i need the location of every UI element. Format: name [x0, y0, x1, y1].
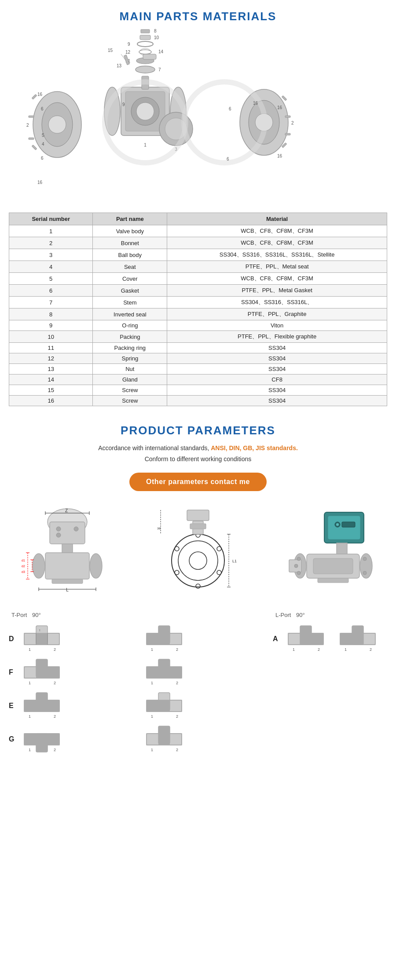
svg-point-116 [297, 571, 301, 575]
svg-rect-55 [29, 138, 34, 139]
svg-rect-134 [158, 626, 170, 637]
svg-rect-106 [328, 516, 360, 540]
t-port-label: T-Port [11, 612, 27, 618]
table-cell-material: SS304 [167, 385, 387, 396]
table-cell-material: WCB、CF8、CF8M、CF3M [167, 237, 387, 249]
table-cell-name: Screw [93, 396, 167, 406]
t-port-f1-shape: 1 2 [22, 657, 62, 688]
t-port-g1-shape: 1 2 [22, 724, 62, 755]
table-cell-material: PTFE、PPL、Graphite [167, 308, 387, 320]
table-cell-material: SS304 [167, 353, 387, 364]
l-port-a2-shape: 1 2 [338, 624, 378, 654]
svg-text:10: 10 [154, 35, 159, 40]
svg-text:L: L [66, 587, 69, 592]
svg-text:6: 6 [227, 157, 229, 161]
svg-rect-124 [36, 633, 48, 645]
svg-point-119 [363, 557, 367, 561]
table-row: 7StemSS304、SS316、SS316L、 [9, 297, 387, 308]
svg-text:16: 16 [37, 180, 43, 185]
svg-rect-58 [285, 116, 290, 117]
svg-text:1: 1 [151, 714, 153, 719]
svg-rect-65 [62, 544, 73, 553]
svg-point-11 [48, 116, 66, 133]
svg-text:16: 16 [253, 101, 258, 106]
svg-rect-155 [36, 693, 48, 700]
table-row: 10PackingPTFE、PPL、Flexible graphite [9, 331, 387, 343]
table-cell-name: Gasket [93, 285, 167, 297]
table-cell-name: Stem [93, 297, 167, 308]
l-port-a1-shape: 1 2 [286, 624, 326, 654]
product-params-title: PRODUCT PARAMETERS [9, 419, 387, 443]
params-subtitle-1: Accordance with international standards,… [9, 443, 387, 454]
svg-rect-98 [187, 510, 209, 521]
l-port-group: L-Port 90° A 1 2 [273, 609, 387, 755]
t-port-e2-shape: 1 2 [144, 690, 184, 721]
table-row: 16ScrewSS304 [9, 396, 387, 406]
svg-text:16: 16 [37, 92, 43, 97]
col-header-sn: Serial number [9, 213, 93, 225]
table-row: 2BonnetWCB、CF8、CF8M、CF3M [9, 237, 387, 249]
svg-text:2: 2 [291, 121, 294, 125]
table-row: 9O-ringViton [9, 320, 387, 331]
svg-text:9: 9 [122, 102, 125, 107]
table-cell-sn: 10 [9, 331, 93, 343]
svg-point-68 [90, 554, 102, 578]
svg-point-62 [56, 527, 61, 531]
table-row: 5CoverWCB、CF8、CF8M、CF3M [9, 273, 387, 285]
table-cell-material: SS304 [167, 343, 387, 353]
t-port-d1-shape: 1 2 ↑ [22, 624, 62, 654]
table-cell-sn: 12 [9, 353, 93, 364]
svg-text:1: 1 [151, 681, 153, 685]
svg-rect-170 [24, 734, 59, 745]
table-cell-sn: 7 [9, 297, 93, 308]
col-header-material: Material [167, 213, 387, 225]
col-header-name: Part name [93, 213, 167, 225]
table-cell-name: Inverted seal [93, 308, 167, 320]
contact-button[interactable]: Other parameters contact me [129, 473, 267, 491]
svg-text:5: 5 [42, 133, 44, 138]
svg-rect-61 [50, 522, 85, 544]
svg-text:d3: d3 [22, 570, 25, 573]
t-port-d2-shape: 1 2 [144, 624, 184, 654]
l-port-title: L-Port 90° [273, 609, 387, 619]
svg-text:2: 2 [54, 681, 56, 685]
svg-text:2: 2 [176, 681, 178, 685]
svg-text:1: 1 [293, 647, 295, 652]
svg-text:↑: ↑ [39, 628, 40, 632]
table-cell-name: Packing ring [93, 343, 167, 353]
svg-text:16: 16 [277, 105, 282, 110]
diagram-electric-view [267, 508, 390, 596]
svg-text:1: 1 [151, 748, 153, 752]
table-cell-name: Screw [93, 385, 167, 396]
svg-point-20 [136, 66, 155, 73]
svg-point-87 [172, 534, 224, 587]
table-cell-sn: 9 [9, 320, 93, 331]
subtitle-highlight: ANSI, DIN, GB, JIS standards. [211, 444, 298, 451]
svg-point-93 [196, 584, 200, 588]
table-cell-sn: 14 [9, 374, 93, 385]
table-cell-sn: 3 [9, 249, 93, 261]
svg-text:13: 13 [117, 63, 122, 68]
t-port-group: T-Port 90° D 1 2 ↑ [9, 609, 264, 755]
svg-point-91 [217, 547, 221, 551]
svg-rect-66 [45, 553, 89, 579]
svg-text:7: 7 [158, 67, 161, 72]
svg-text:2: 2 [370, 647, 372, 652]
svg-text:1: 1 [345, 647, 347, 652]
table-cell-sn: 6 [9, 285, 93, 297]
parts-table: Serial number Part name Material 1Valve … [9, 213, 387, 406]
table-row: 11Packing ringSS304 [9, 343, 387, 353]
svg-point-88 [178, 541, 218, 580]
svg-text:L1: L1 [232, 559, 237, 563]
svg-point-120 [363, 571, 367, 575]
svg-rect-121 [318, 578, 348, 583]
svg-point-95 [175, 547, 179, 551]
t-port-f2-shape: 1 2 [144, 657, 184, 688]
table-cell-material: WCB、CF8、CF8M、CF3M [167, 225, 387, 237]
svg-text:1: 1 [144, 143, 147, 147]
svg-text:d1: d1 [22, 559, 25, 562]
svg-point-63 [56, 533, 61, 537]
l-port-angle: 90° [296, 612, 305, 618]
svg-point-67 [33, 554, 45, 578]
svg-text:2: 2 [54, 748, 56, 752]
